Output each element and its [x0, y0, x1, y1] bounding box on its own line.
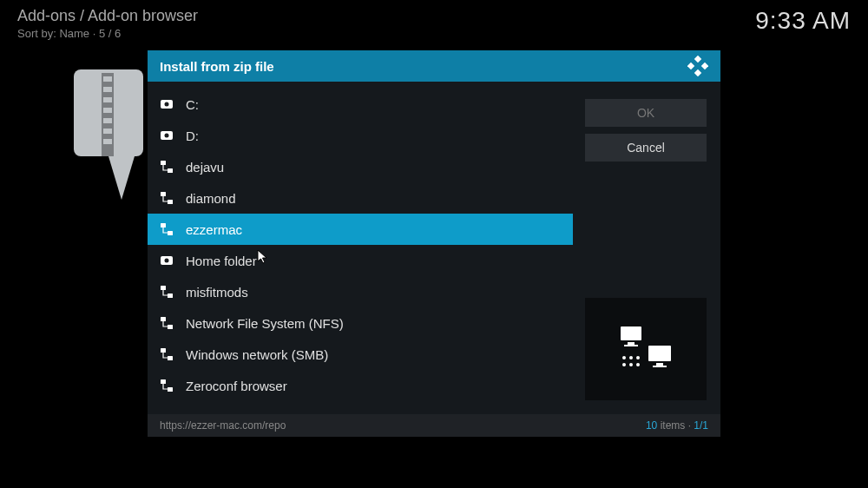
svg-rect-38 — [653, 366, 667, 367]
svg-point-42 — [622, 363, 626, 366]
svg-rect-31 — [161, 379, 166, 384]
svg-rect-28 — [168, 325, 173, 329]
file-item-label: Windows network (SMB) — [186, 347, 328, 362]
drive-icon — [160, 129, 174, 142]
file-item-label: ezzermac — [186, 222, 242, 237]
svg-rect-22 — [168, 231, 173, 235]
svg-rect-32 — [168, 387, 173, 392]
svg-rect-19 — [161, 192, 166, 196]
install-zip-dialog: Install from zip file C:D:dejavudiamonde… — [148, 50, 720, 437]
svg-rect-17 — [161, 161, 166, 165]
svg-rect-10 — [687, 63, 694, 69]
footer-path: https://ezzer-mac.com/repo — [160, 419, 286, 432]
svg-point-40 — [629, 356, 633, 359]
svg-rect-3 — [103, 87, 112, 92]
file-item[interactable]: C: — [148, 89, 573, 120]
file-item-label: C: — [186, 97, 199, 112]
file-item[interactable]: Home folder — [148, 245, 573, 276]
footer-count: 10 items · 1/1 — [646, 419, 708, 432]
svg-rect-30 — [168, 356, 173, 360]
file-item[interactable]: Windows network (SMB) — [148, 339, 573, 370]
svg-point-44 — [636, 363, 640, 366]
svg-point-14 — [165, 102, 169, 107]
network-icon — [160, 379, 174, 392]
svg-rect-27 — [161, 317, 166, 321]
sort-by-label: Sort by: Name · 5 / 6 — [17, 27, 198, 40]
svg-rect-4 — [103, 97, 112, 102]
svg-point-43 — [629, 363, 633, 366]
breadcrumb: Add-ons / Add-on browser — [17, 7, 198, 25]
network-icon — [160, 285, 174, 299]
svg-rect-37 — [656, 363, 663, 366]
file-item-label: Home folder — [186, 254, 257, 268]
svg-point-16 — [165, 134, 169, 138]
svg-rect-12 — [694, 69, 701, 76]
dialog-header: Install from zip file — [148, 50, 720, 82]
network-icon — [160, 160, 174, 174]
file-item[interactable]: dejavu — [148, 151, 573, 182]
svg-point-41 — [636, 356, 640, 359]
drive-icon — [160, 97, 174, 111]
file-item-label: dejavu — [186, 160, 224, 175]
svg-rect-33 — [621, 326, 641, 340]
svg-rect-6 — [103, 118, 112, 123]
file-item[interactable]: Network File System (NFS) — [148, 307, 573, 339]
network-icon — [160, 222, 174, 236]
kodi-logo-icon — [687, 56, 708, 76]
svg-rect-21 — [161, 223, 166, 228]
preview-thumbnail — [585, 298, 707, 400]
svg-rect-7 — [103, 129, 112, 134]
cancel-button[interactable]: Cancel — [585, 134, 707, 162]
drive-icon — [160, 254, 174, 267]
network-icon — [160, 347, 174, 361]
svg-rect-9 — [694, 56, 701, 63]
file-item[interactable]: D: — [148, 120, 573, 151]
svg-rect-11 — [701, 63, 708, 69]
file-item[interactable]: ezzermac — [148, 214, 573, 245]
file-item-label: Network File System (NFS) — [186, 316, 344, 331]
file-item[interactable]: diamond — [148, 182, 573, 214]
file-item-label: diamond — [186, 191, 236, 206]
dialog-footer: https://ezzer-mac.com/repo 10 items · 1/… — [148, 414, 720, 437]
svg-rect-8 — [103, 139, 112, 144]
file-list: C:D:dejavudiamondezzermacHome foldermisf… — [148, 82, 573, 414]
svg-rect-26 — [168, 293, 173, 298]
network-icon — [160, 191, 174, 205]
svg-rect-29 — [161, 348, 166, 353]
clock: 9:33 AM — [755, 7, 851, 35]
svg-rect-25 — [161, 286, 166, 290]
svg-rect-5 — [103, 108, 112, 113]
network-icon — [160, 316, 174, 330]
file-item-label: Zeroconf browser — [186, 379, 287, 393]
svg-rect-36 — [648, 346, 671, 361]
cursor-icon — [257, 249, 269, 265]
dialog-title: Install from zip file — [160, 59, 274, 74]
file-item-label: D: — [186, 129, 199, 143]
ok-button[interactable]: OK — [585, 99, 707, 127]
svg-rect-20 — [168, 200, 173, 204]
svg-rect-35 — [624, 345, 638, 346]
file-item[interactable]: Zeroconf browser — [148, 370, 573, 401]
file-item[interactable]: misfitmods — [148, 276, 573, 307]
svg-point-24 — [165, 259, 169, 263]
svg-rect-18 — [168, 168, 173, 173]
zip-file-icon — [74, 69, 152, 208]
file-item-label: misfitmods — [186, 285, 248, 300]
svg-rect-34 — [628, 342, 635, 345]
svg-rect-2 — [103, 76, 112, 82]
svg-point-39 — [622, 356, 626, 359]
